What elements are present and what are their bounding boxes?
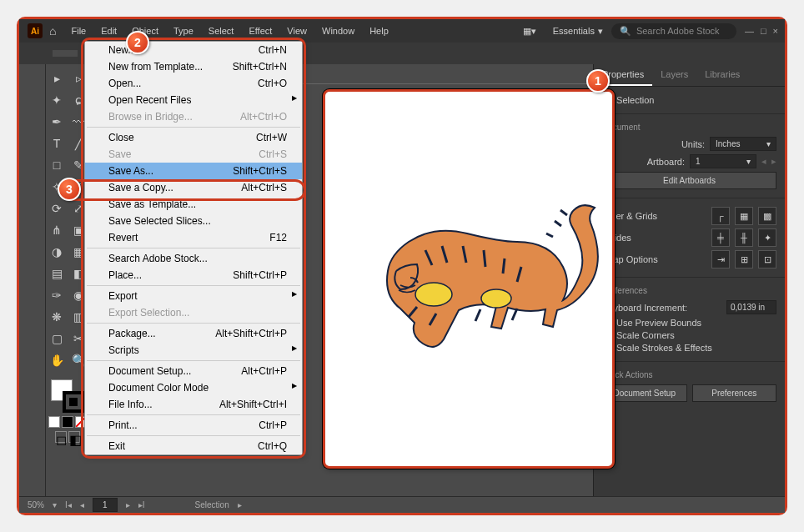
menu-item-document-setup[interactable]: Document Setup...Alt+Ctrl+P [85, 363, 302, 379]
menu-item-print[interactable]: Print...Ctrl+P [85, 417, 302, 434]
scale-strokes-checkbox[interactable]: Scale Strokes & Effects [602, 343, 776, 353]
menu-item-scripts[interactable]: Scripts▶ [85, 342, 302, 359]
page-nav-last-icon[interactable]: ▸I [138, 500, 145, 509]
menu-item-save-as-template[interactable]: Save as Template... [85, 196, 302, 213]
eyedropper-tool[interactable]: ✑ [47, 285, 67, 305]
file-menu[interactable]: New...Ctrl+NNew from Template...Shift+Ct… [84, 41, 303, 455]
workspace-switcher[interactable]: Essentials▾ [553, 26, 603, 37]
shape-builder-tool[interactable]: ◑ [47, 242, 67, 262]
menu-item-exit[interactable]: ExitCtrl+Q [85, 438, 302, 454]
gradient-mode[interactable] [62, 416, 73, 428]
close-button[interactable]: × [773, 26, 778, 36]
preferences-button[interactable]: Preferences [692, 384, 777, 402]
transparency-grid-icon[interactable]: ▩ [758, 207, 776, 225]
type-tool[interactable]: T [47, 133, 67, 153]
menu-help[interactable]: Help [363, 23, 395, 39]
menu-item-place[interactable]: Place...Shift+Ctrl+P [85, 267, 302, 284]
tab-libraries[interactable]: Libraries [696, 64, 748, 86]
panel-tabs[interactable]: Properties Layers Libraries [594, 64, 785, 87]
preview-bounds-checkbox[interactable]: Use Preview Bounds [602, 318, 776, 328]
menu-type[interactable]: Type [167, 23, 200, 39]
page-field[interactable]: 1 [93, 498, 118, 512]
menu-item-revert[interactable]: RevertF12 [85, 229, 302, 246]
page-nav-prev-icon[interactable]: ◂ [80, 500, 84, 509]
status-mode: Selection [195, 500, 229, 509]
symbol-sprayer-tool[interactable]: ❋ [47, 307, 67, 327]
artboard-prev-icon[interactable]: ◂ [761, 156, 766, 167]
document-setup-button[interactable]: Document Setup [602, 384, 687, 402]
guides-lock-icon[interactable]: ╫ [735, 228, 753, 247]
artboard-tool[interactable]: ▢ [47, 329, 67, 349]
menu-item-save: SaveCtrl+S [85, 146, 302, 163]
maximize-button[interactable]: □ [761, 26, 766, 36]
artboard-select[interactable]: 1▾ [690, 154, 756, 168]
menu-item-save-a-copy[interactable]: Save a Copy...Alt+Ctrl+S [85, 179, 302, 196]
rectangle-tool[interactable]: □ [47, 155, 67, 175]
menu-view[interactable]: View [280, 23, 314, 39]
menu-item-new[interactable]: New...Ctrl+N [85, 42, 302, 58]
home-icon[interactable]: ⌂ [49, 24, 56, 38]
snap-point-icon[interactable]: ⇥ [711, 250, 730, 269]
search-icon: 🔍 [620, 26, 631, 37]
units-label: Units: [602, 139, 705, 149]
menu-item-save-selected-slices[interactable]: Save Selected Slices... [85, 213, 302, 229]
menu-item-export-selection: Export Selection... [85, 304, 302, 321]
layout-icon[interactable]: ▦▾ [523, 26, 536, 37]
menu-item-export[interactable]: Export▶ [85, 288, 302, 304]
scale-corners-checkbox[interactable]: Scale Corners [602, 330, 776, 340]
rotate-tool[interactable]: ⟳ [47, 198, 67, 218]
menu-effect[interactable]: Effect [242, 23, 279, 39]
minimize-button[interactable]: — [745, 26, 754, 36]
menu-item-search-adobe-stock[interactable]: Search Adobe Stock... [85, 250, 302, 267]
document-section: Document [602, 123, 776, 132]
selection-tool[interactable]: ▸ [47, 68, 67, 88]
zoom-level[interactable]: 50% [28, 500, 44, 509]
draw-normal[interactable]: ◻ [55, 431, 67, 443]
menu-item-file-info[interactable]: File Info...Alt+Shift+Ctrl+I [85, 396, 302, 413]
artwork-tiger [350, 192, 600, 375]
svg-point-0 [415, 283, 452, 306]
document-tab[interactable] [53, 50, 78, 57]
page-nav-first-icon[interactable]: I◂ [65, 500, 72, 509]
grid-icon[interactable]: ▦ [735, 207, 753, 225]
menu-item-open[interactable]: Open...Ctrl+O [85, 75, 302, 92]
menu-item-close[interactable]: CloseCtrl+W [85, 129, 302, 146]
pen-tool[interactable]: ✒ [47, 112, 67, 132]
snap-grid-icon[interactable]: ⊞ [735, 250, 753, 269]
page-nav-next-icon[interactable]: ▸ [126, 500, 130, 509]
smart-guides-icon[interactable]: ✦ [758, 228, 776, 247]
keyboard-increment-input[interactable] [726, 300, 776, 314]
color-mode[interactable] [48, 416, 60, 428]
menu-item-open-recent-files[interactable]: Open Recent Files▶ [85, 92, 302, 108]
mesh-tool[interactable]: ▤ [47, 263, 67, 284]
menu-window[interactable]: Window [315, 23, 361, 39]
tab-layers[interactable]: Layers [652, 64, 696, 86]
snap-pixel-icon[interactable]: ⊡ [758, 250, 776, 269]
units-select[interactable]: Inches▾ [710, 137, 776, 151]
selection-status: No Selection [602, 95, 776, 105]
fill-stroke-swatch[interactable] [51, 379, 84, 413]
menu-item-package[interactable]: Package...Alt+Shift+Ctrl+P [85, 325, 302, 342]
width-tool[interactable]: ⋔ [47, 220, 67, 240]
menu-select[interactable]: Select [202, 23, 241, 39]
menu-file[interactable]: File [64, 23, 93, 39]
guides-show-icon[interactable]: ╪ [711, 228, 730, 247]
callout-3: 3 [58, 178, 81, 201]
quick-actions-section: Quick Actions [602, 370, 776, 379]
callout-1: 1 [586, 69, 610, 93]
menu-edit[interactable]: Edit [94, 23, 123, 39]
search-input[interactable]: 🔍 Search Adobe Stock [611, 23, 736, 39]
artboard[interactable] [323, 89, 615, 469]
edit-artboards-button[interactable]: Edit Artboards [602, 172, 776, 189]
toolbox[interactable]: ▸ ▹ ✦ ɕ ✒ 〰 T ╱ □ ✎ ✧ ◫ ⟳ ⤢ ⋔ ▣ ◑ ▦ ▤ ◧ [46, 64, 89, 371]
keyboard-increment-label: Keyboard Increment: [602, 303, 687, 313]
ruler-icon[interactable]: ┌ [711, 207, 730, 225]
preferences-section: Preferences [602, 286, 776, 295]
menu-item-save-as[interactable]: Save As...Shift+Ctrl+S [85, 163, 302, 179]
artboard-next-icon[interactable]: ▸ [771, 156, 776, 167]
menu-item-document-color-mode[interactable]: Document Color Mode▶ [85, 379, 302, 396]
magic-wand-tool[interactable]: ✦ [47, 90, 67, 110]
draw-behind[interactable]: ◧ [68, 431, 80, 443]
menu-item-new-from-template[interactable]: New from Template...Shift+Ctrl+N [85, 58, 302, 75]
hand-tool[interactable]: ✋ [47, 350, 67, 370]
